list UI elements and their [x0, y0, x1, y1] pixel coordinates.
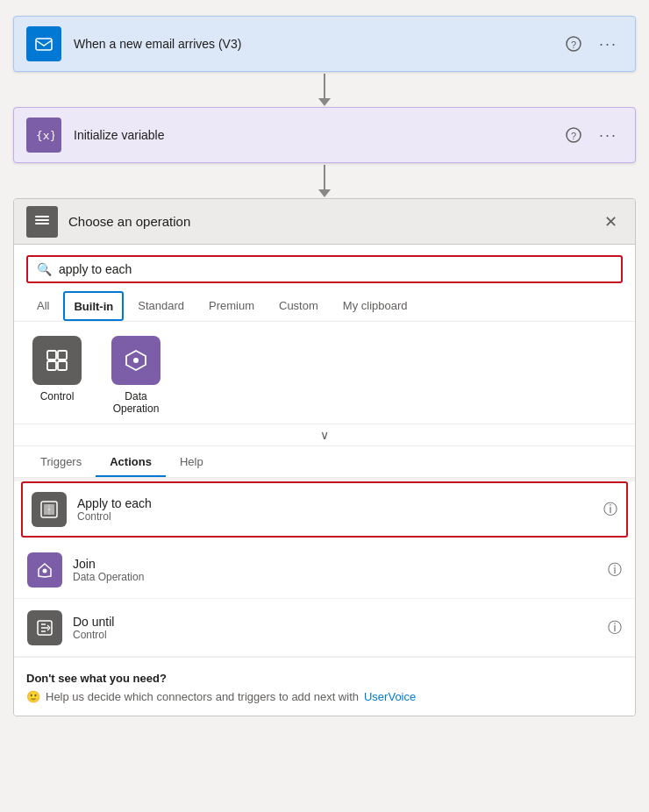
variable-card-actions: ? ··· — [560, 123, 623, 148]
join-subtitle: Data Operation — [73, 571, 597, 583]
apply-to-each-subtitle: Control — [77, 510, 593, 523]
more-icon: ··· — [599, 35, 617, 53]
svg-rect-12 — [58, 361, 67, 370]
arrow-line-1 — [324, 74, 325, 98]
canvas: When a new email arrives (V3) ? ··· {x} … — [0, 0, 649, 732]
footer-link-row: 🙂 Help us decide which connectors and tr… — [26, 690, 623, 703]
footer-title: Don't see what you need? — [26, 672, 623, 685]
connector-grid: Control DataOperation — [14, 322, 635, 424]
subtab-actions[interactable]: Actions — [96, 446, 166, 477]
connector-grid-inner: Control DataOperation — [26, 336, 623, 415]
email-trigger-card: When a new email arrives (V3) ? ··· — [13, 16, 636, 72]
control-icon — [32, 336, 82, 385]
svg-rect-11 — [47, 361, 56, 370]
arrow-1 — [318, 72, 331, 107]
search-container: 🔍 — [14, 245, 635, 290]
variable-title: Initialize variable — [74, 128, 560, 142]
apply-to-each-info-icon[interactable]: ⓘ — [603, 501, 617, 519]
join-info-icon[interactable]: ⓘ — [608, 561, 622, 580]
footer-emoji: 🙂 — [26, 690, 40, 703]
svg-rect-7 — [35, 223, 49, 224]
email-trigger-title: When a new email arrives (V3) — [74, 37, 560, 51]
collapse-chevron-icon: ∨ — [320, 428, 329, 442]
choose-panel-icon — [26, 206, 58, 238]
search-box: 🔍 — [26, 255, 623, 283]
variable-card: {x} Initialize variable ? ··· — [13, 107, 636, 163]
svg-rect-6 — [35, 219, 49, 221]
search-icon: 🔍 — [37, 262, 52, 276]
arrow-2 — [318, 163, 331, 198]
choose-operation-panel: Choose an operation ✕ 🔍 All Built-in Sta… — [13, 198, 636, 716]
svg-rect-0 — [36, 39, 52, 50]
footer-section: Don't see what you need? 🙂 Help us decid… — [14, 657, 635, 716]
collapse-row[interactable]: ∨ — [14, 424, 635, 446]
choose-panel-header: Choose an operation ✕ — [14, 199, 635, 245]
join-text: Join Data Operation — [73, 557, 597, 583]
join-name: Join — [73, 557, 597, 571]
arrow-head-2 — [318, 189, 331, 197]
tab-builtin[interactable]: Built-in — [63, 291, 124, 321]
svg-point-13 — [133, 358, 139, 363]
dataop-icon — [111, 336, 160, 385]
do-until-text: Do until Control — [73, 615, 597, 641]
variable-more-button[interactable]: ··· — [594, 123, 623, 148]
email-more-button[interactable]: ··· — [594, 32, 623, 57]
svg-rect-10 — [58, 351, 67, 360]
footer-text: Help us decide which connectors and trig… — [46, 690, 359, 703]
svg-text:?: ? — [571, 131, 576, 141]
action-join[interactable]: Join Data Operation ⓘ — [14, 541, 635, 599]
svg-text:{x}: {x} — [36, 129, 54, 142]
choose-panel-close-button[interactable]: ✕ — [599, 209, 623, 235]
tab-all[interactable]: All — [26, 290, 60, 321]
tab-premium[interactable]: Premium — [198, 290, 265, 321]
tab-standard[interactable]: Standard — [127, 290, 195, 321]
arrow-line-2 — [324, 165, 325, 189]
variable-help-button[interactable]: ? — [560, 124, 587, 146]
apply-to-each-text: Apply to each Control — [77, 496, 593, 523]
action-do-until[interactable]: Do until Control ⓘ — [14, 599, 635, 657]
email-card-actions: ? ··· — [560, 32, 623, 57]
subtab-triggers[interactable]: Triggers — [26, 446, 96, 477]
more-icon-2: ··· — [599, 126, 617, 145]
email-help-button[interactable]: ? — [560, 32, 587, 55]
email-icon — [26, 26, 61, 61]
connector-control[interactable]: Control — [26, 336, 88, 415]
search-input[interactable] — [59, 262, 612, 276]
svg-rect-9 — [47, 351, 56, 360]
tabs-row: All Built-in Standard Premium Custom My … — [14, 290, 635, 322]
do-until-subtitle: Control — [73, 629, 597, 641]
dataop-label: DataOperation — [113, 390, 160, 415]
apply-to-each-icon — [32, 492, 67, 527]
uservoice-link[interactable]: UserVoice — [364, 690, 416, 703]
subtabs-row: Triggers Actions Help — [14, 446, 635, 478]
tab-myclipboard[interactable]: My clipboard — [332, 290, 418, 321]
tab-custom[interactable]: Custom — [268, 290, 329, 321]
join-icon — [27, 552, 62, 588]
action-list: Apply to each Control ⓘ Join Data Operat… — [14, 481, 635, 657]
connector-dataop[interactable]: DataOperation — [105, 336, 167, 415]
variable-icon: {x} — [26, 118, 61, 153]
arrow-head-1 — [318, 98, 331, 106]
svg-text:?: ? — [571, 39, 576, 50]
control-label: Control — [40, 390, 75, 402]
apply-to-each-name: Apply to each — [77, 496, 593, 510]
svg-point-15 — [43, 569, 47, 573]
svg-rect-8 — [35, 216, 49, 217]
action-apply-to-each[interactable]: Apply to each Control ⓘ — [21, 481, 628, 538]
do-until-info-icon[interactable]: ⓘ — [608, 619, 622, 637]
subtab-help[interactable]: Help — [166, 446, 218, 477]
do-until-name: Do until — [73, 615, 597, 629]
do-until-icon — [27, 610, 62, 645]
choose-panel-title: Choose an operation — [68, 214, 599, 229]
